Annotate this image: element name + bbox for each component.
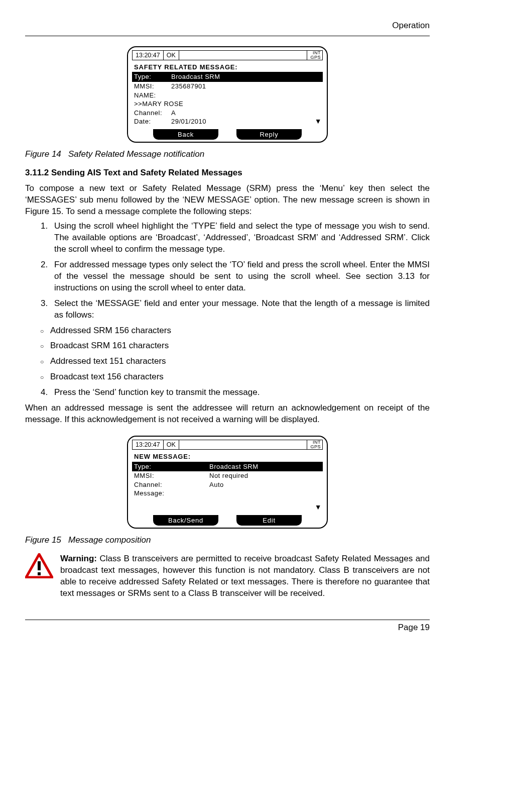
status-indicators: INT GPS <box>307 50 323 60</box>
row-name: NAME: <box>134 91 321 100</box>
row-type: Type: Broadcast SRM <box>132 462 323 472</box>
value-mmsi: Not required <box>209 471 248 480</box>
warning-label: Warning: <box>60 554 97 563</box>
page-header-section: Operation <box>25 20 430 32</box>
warning-body: Class B transceivers are permitted to re… <box>60 554 430 598</box>
limit-addressed-text: Addressed text 151 characters <box>50 356 430 367</box>
label-date: Date: <box>134 117 171 126</box>
figure14-caption-prefix: Figure 14 <box>25 149 61 159</box>
softkey-back[interactable]: Back <box>153 129 218 140</box>
figure15-caption-text: Message composition <box>68 535 151 545</box>
limit-broadcast-text: Broadcast text 156 characters <box>50 371 430 383</box>
screen-body: Type: Broadcast SRM MMSI: Not required C… <box>132 462 323 513</box>
row-date: Date: 29/01/2010 <box>134 117 321 126</box>
step-4: Press the ‘Send’ function key to transmi… <box>50 387 430 398</box>
label-type: Type: <box>134 462 209 471</box>
status-time: 13:20:47 <box>132 440 164 450</box>
row-mmsi: MMSI: Not required <box>134 471 321 480</box>
page-number: Page 19 <box>25 622 430 634</box>
step-1: Using the scroll wheel highlight the ‘TY… <box>50 221 430 255</box>
row-type: Type: Broadcast SRM <box>132 72 323 82</box>
row-channel: Channel: Auto <box>134 480 321 489</box>
screen-body: Type: Broadcast SRM MMSI: 235687901 NAME… <box>132 72 323 127</box>
value-type: Broadcast SRM <box>171 72 220 81</box>
status-spacer <box>179 440 308 450</box>
indicator-gps: GPS <box>310 445 321 449</box>
status-indicators: INT GPS <box>307 440 323 450</box>
device-screen-fig14: 13:20:47 OK INT GPS SAFETY RELATED MESSA… <box>127 46 328 143</box>
figure14-caption: Figure 14 Safety Related Message notific… <box>25 149 430 160</box>
status-spacer <box>179 50 308 60</box>
softkeys: Back Reply <box>132 129 323 140</box>
figure15-caption: Figure 15 Message composition <box>25 535 430 546</box>
softkey-reply[interactable]: Reply <box>236 129 302 140</box>
char-limits-list: Addressed SRM 156 characters Broadcast S… <box>25 325 430 383</box>
value-channel: A <box>171 109 176 118</box>
indicator-gps: GPS <box>310 55 321 60</box>
svg-rect-1 <box>38 561 41 570</box>
closing-paragraph: When an addressed message is sent the ad… <box>25 402 430 426</box>
value-date: 29/01/2010 <box>171 117 206 126</box>
limit-addressed-srm: Addressed SRM 156 characters <box>50 325 430 337</box>
footer-rule <box>25 620 430 620</box>
scroll-down-icon: ▼ <box>315 117 322 126</box>
steps-list: Using the scroll wheel highlight the ‘TY… <box>25 221 430 321</box>
device-screen-fig15: 13:20:47 OK INT GPS NEW MESSAGE: Type: B… <box>127 436 328 529</box>
softkey-edit[interactable]: Edit <box>236 515 302 526</box>
label-channel: Channel: <box>134 480 209 489</box>
label-mmsi: MMSI: <box>134 471 209 480</box>
intro-paragraph: To compose a new text or Safety Related … <box>25 183 430 218</box>
steps-list-cont: Press the ‘Send’ function key to transmi… <box>25 387 430 398</box>
figure14-device-wrap: 13:20:47 OK INT GPS SAFETY RELATED MESSA… <box>25 46 430 143</box>
step-2: For addressed message types only select … <box>50 259 430 294</box>
label-message: Message: <box>134 489 209 498</box>
status-bar: 13:20:47 OK INT GPS <box>132 50 323 60</box>
status-ok: OK <box>164 50 179 60</box>
value-name: >>MARY ROSE <box>134 99 321 109</box>
screen-title: SAFETY RELATED MESSAGE: <box>132 62 323 72</box>
figure14-caption-text: Safety Related Message notification <box>68 149 204 159</box>
row-message: Message: <box>134 489 321 498</box>
label-type: Type: <box>134 72 171 81</box>
value-mmsi: 235687901 <box>171 82 206 91</box>
value-channel: Auto <box>209 480 224 489</box>
warning-text: Warning: Class B transceivers are permit… <box>60 553 430 599</box>
row-channel: Channel: A <box>134 109 321 118</box>
status-bar: 13:20:47 OK INT GPS <box>132 440 323 450</box>
step-3: Select the ‘MESSAGE’ field and enter you… <box>50 298 430 321</box>
warning-icon <box>25 553 53 578</box>
limit-broadcast-srm: Broadcast SRM 161 characters <box>50 340 430 352</box>
figure15-device-wrap: 13:20:47 OK INT GPS NEW MESSAGE: Type: B… <box>25 436 430 529</box>
header-rule <box>25 36 430 36</box>
scroll-down-icon: ▼ <box>315 502 322 512</box>
row-mmsi: MMSI: 235687901 <box>134 82 321 91</box>
softkeys: Back/Send Edit <box>132 515 323 526</box>
status-ok: OK <box>164 440 179 450</box>
label-channel: Channel: <box>134 109 171 118</box>
label-name: NAME: <box>134 91 171 100</box>
value-type: Broadcast SRM <box>209 462 259 471</box>
status-time: 13:20:47 <box>132 50 164 60</box>
svg-rect-2 <box>38 572 41 575</box>
warning-block: Warning: Class B transceivers are permit… <box>25 553 430 599</box>
softkey-back-send[interactable]: Back/Send <box>153 515 218 526</box>
label-mmsi: MMSI: <box>134 82 171 91</box>
screen-title: NEW MESSAGE: <box>132 451 323 462</box>
figure15-caption-prefix: Figure 15 <box>25 535 61 545</box>
section-heading: 3.11.2 Sending AIS Text and Safety Relat… <box>25 167 430 179</box>
